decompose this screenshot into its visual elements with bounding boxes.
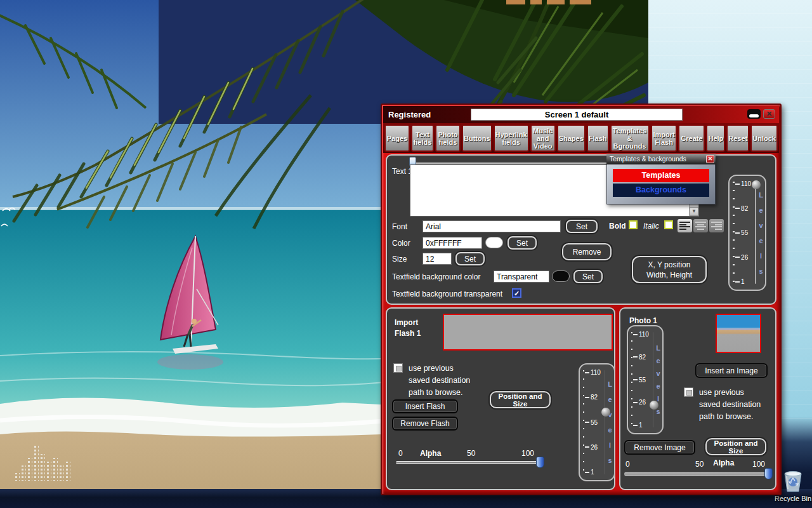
tab-photo-fields[interactable]: Photo fields [435,124,461,152]
photo-alpha-50: 50 [695,460,704,469]
templates-backgrounds-popup: Templates & backgrounds ✕ Templates Back… [606,154,716,204]
levels-track[interactable] [653,332,653,427]
remove-image-button[interactable]: Remove Image [624,440,695,455]
tick-label: 82 [741,205,748,212]
minimize-button[interactable] [747,109,761,119]
flash-use-previous-label: use previous saved destination path to b… [409,363,470,399]
tab-import-flash[interactable]: Import Flash [651,124,678,152]
insert-image-button[interactable]: Insert an Image [695,363,768,378]
tab-reset[interactable]: Reset [726,124,749,152]
levels-ruler [631,332,632,427]
remove-textfield-button[interactable]: Remove [562,243,612,260]
color-set-button[interactable]: Set [508,236,537,250]
font-label: Font [392,222,407,231]
tab-hyperlink-fields[interactable]: Hyperlink fields [494,124,529,152]
tick-label: 1 [741,278,745,285]
bold-checkbox[interactable] [629,220,638,229]
tick-label: 110 [639,331,649,338]
font-input[interactable] [422,220,561,232]
tab-shapes[interactable]: Shapes [557,124,586,152]
photo-alpha-slider[interactable] [624,472,771,476]
tab-buttons[interactable]: Buttons [462,124,492,152]
photo-alpha-100: 100 [752,460,765,469]
flash-use-previous-checkbox[interactable] [393,363,403,373]
remove-flash-button[interactable]: Remove Flash [392,417,458,431]
bg-color-set-button[interactable]: Set [573,270,603,283]
photo-levels-slider: 110 82 55 26 1 Levels [627,325,664,434]
bg-color-label: Textfield background color [392,272,480,281]
tick-label: 26 [639,399,646,406]
tab-flash[interactable]: Flash [587,124,609,152]
popup-close-icon[interactable]: ✕ [706,155,714,163]
photo-use-previous-checkbox[interactable] [684,387,693,397]
tick-label: 55 [741,229,748,236]
size-input[interactable] [422,253,452,265]
levels-ruler [733,182,735,284]
tab-music-and-video[interactable]: Music and Video [530,124,556,152]
levels-word: Levels [608,377,612,468]
bg-color-input[interactable] [494,271,549,283]
tick-label: 1 [639,422,643,429]
tick-label: 110 [591,369,601,376]
import-flash-panel: Import Flash 1 use previous saved destin… [386,307,615,490]
xy-position-button[interactable]: X, Y position Width, Height [632,256,707,283]
color-input[interactable] [422,237,482,249]
photo-alpha-0: 0 [625,460,630,469]
recycle-bin-icon [782,469,804,494]
popup-item-templates[interactable]: Templates [613,169,709,182]
tick-label: 82 [639,354,646,361]
tab-bar: Pages Text fields Photo fields Buttons H… [383,123,779,153]
italic-label: Italic [643,222,659,231]
bg-transparent-checkbox[interactable]: ✓ [512,288,521,298]
flash-title: Import Flash 1 [395,318,421,339]
levels-track[interactable] [755,182,756,284]
flash-alpha-label: Alpha [420,449,441,458]
tab-pages[interactable]: Pages [384,124,410,152]
photo-position-size-button[interactable]: Position and Size [705,438,766,455]
popup-body: Templates Backgrounds [606,164,716,204]
app-window: Registered ✕ Pages Text fields Photo fie… [381,104,782,495]
align-center-icon[interactable] [693,219,708,232]
hidden-window-sliver [506,0,591,4]
bg-color-swatch[interactable] [552,271,570,282]
flash-alpha-thumb[interactable] [536,457,544,468]
photo-panel: Photo 1 110 82 55 26 1 Levels Insert an … [619,307,776,490]
flash-alpha-slider[interactable] [396,461,543,464]
text-color-swatch[interactable] [485,237,503,248]
tab-create[interactable]: Create [678,124,705,152]
levels-thumb[interactable] [601,408,610,417]
italic-checkbox[interactable] [664,220,673,229]
screen-title-input[interactable] [471,109,683,121]
photo-title: Photo 1 [629,316,657,325]
tab-unlock[interactable]: Unlock [750,124,778,152]
close-button[interactable]: ✕ [763,109,775,119]
xy-line2: Width, Height [646,271,692,279]
font-set-button[interactable]: Set [566,220,598,233]
photo-use-previous-label: use previous saved destination path to b… [699,387,761,423]
levels-track[interactable] [605,370,605,474]
flash-preview [443,314,613,351]
tab-templates-bgrounds[interactable]: Templates & Bgrounds [610,124,650,152]
photo-alpha-thumb[interactable] [764,468,773,479]
xy-line1: X, Y position [648,260,691,269]
levels-word: Levels [759,187,763,279]
flash-alpha-100: 100 [521,449,534,458]
text-levels-slider: 110 82 55 26 1 Levels [728,175,766,291]
flash-position-size-button[interactable]: Position and Size [490,391,551,408]
insert-flash-button[interactable]: Insert Flash [392,399,458,413]
levels-thumb[interactable] [752,180,761,189]
tab-text-fields[interactable]: Text fields [411,124,434,152]
align-left-icon[interactable] [678,219,692,232]
scroll-down-icon[interactable]: ▼ [690,207,698,216]
popup-item-backgrounds[interactable]: Backgrounds [613,184,709,197]
flash-levels-slider: 110 82 55 26 1 Levels [579,363,615,481]
photo-thumbnail [716,314,761,353]
levels-thumb[interactable] [650,401,658,410]
bg-transparent-label: Textfield background transparent [392,290,502,298]
tick-label: 55 [591,419,598,426]
tab-help[interactable]: Help [706,124,725,152]
size-set-button[interactable]: Set [455,252,485,265]
tick-label: 110 [741,180,751,187]
align-right-icon[interactable] [709,219,724,232]
tick-label: 26 [741,254,748,261]
